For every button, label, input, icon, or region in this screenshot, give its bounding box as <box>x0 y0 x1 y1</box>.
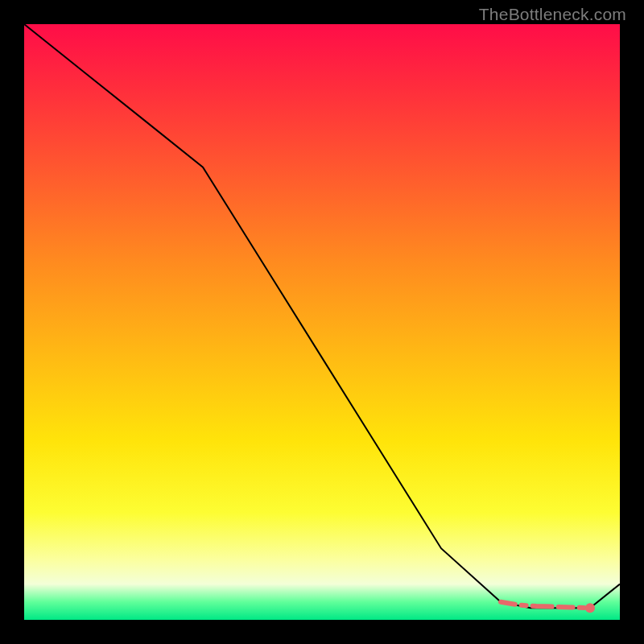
chart-overlay <box>24 24 620 620</box>
highlight-end-dot <box>585 603 595 613</box>
bottleneck-curve <box>24 24 620 608</box>
highlight-segment <box>501 602 590 608</box>
chart-frame: TheBottleneck.com <box>0 0 644 644</box>
watermark-text: TheBottleneck.com <box>479 5 626 24</box>
plot-area <box>24 24 620 620</box>
